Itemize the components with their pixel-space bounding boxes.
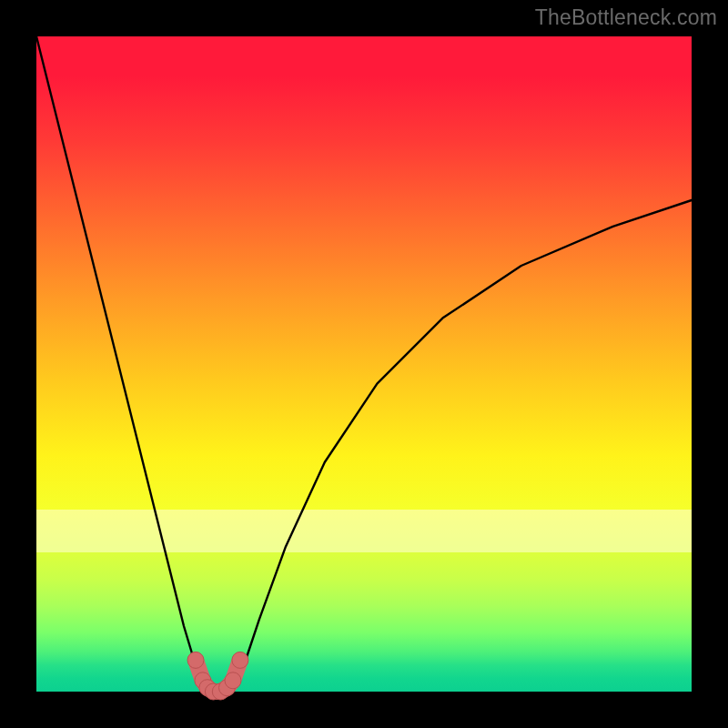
curve-layer (36, 36, 692, 692)
marker-cluster (187, 652, 248, 700)
bottleneck-curve (36, 36, 692, 692)
plot-area (36, 36, 692, 692)
frame: TheBottleneck.com (0, 0, 728, 728)
marker-dot (232, 652, 248, 668)
marker-dot (187, 652, 204, 668)
watermark-text: TheBottleneck.com (535, 5, 717, 30)
curve-path (36, 36, 692, 692)
marker-dot (225, 672, 241, 689)
